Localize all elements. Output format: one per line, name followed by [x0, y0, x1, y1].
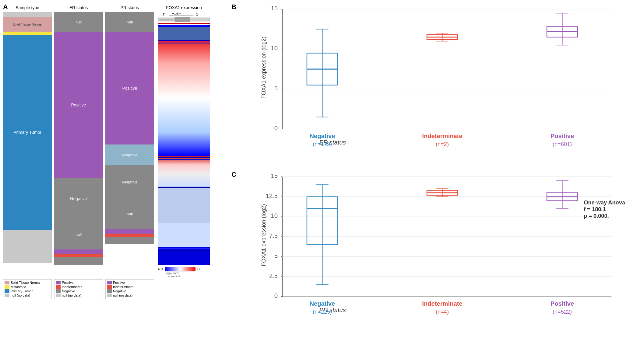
svg-text:(n=179): (n=179): [313, 141, 332, 147]
svg-text:7.5: 7.5: [269, 232, 278, 239]
legend-swatch-pr-indet: [107, 285, 112, 289]
svg-rect-5: [175, 17, 190, 22]
svg-text:15: 15: [271, 6, 277, 12]
svg-text:5: 5: [274, 252, 278, 259]
svg-text:12.5: 12.5: [266, 192, 278, 199]
svg-text:FOXA1 expression (log2): FOXA1 expression (log2): [261, 37, 267, 99]
pr-status-header: PR status: [105, 3, 154, 12]
svg-text:Negative: Negative: [309, 133, 335, 139]
legend-pr-null: null (no data): [107, 294, 153, 297]
svg-text:Indeterminate: Indeterminate: [422, 300, 462, 307]
sample-type-bar: Solid Tissue Normal Primary Tumor: [3, 12, 52, 277]
legend-er-indet: Indeterminate: [56, 285, 101, 289]
svg-text:3': 3': [196, 13, 199, 16]
svg-rect-24: [165, 267, 195, 271]
svg-rect-19: [158, 223, 210, 247]
legend-label-er-pos: Positive: [62, 281, 74, 284]
svg-text:15: 15: [271, 174, 277, 179]
legend-label-er-null: null (no data): [62, 294, 81, 297]
svg-text:Positive: Positive: [551, 300, 574, 307]
legend-er-pos: Positive: [56, 281, 101, 284]
er-neg-small: [54, 257, 103, 262]
columns-container: Sample type Solid Tissue Normal Primary …: [3, 12, 225, 304]
er-indet-small: [54, 254, 103, 257]
pr-status-bar: null Positive Negative Negative null: [105, 12, 154, 277]
er-status-column: ER status null Positive Negative null Po…: [54, 12, 103, 304]
svg-rect-9: [158, 25, 210, 27]
svg-text:(n=225): (n=225): [313, 308, 332, 315]
svg-text:(n=2): (n=2): [436, 141, 449, 147]
legend-swatch-pr-null: [107, 294, 112, 297]
svg-rect-20: [158, 247, 210, 265]
main-container: A Sample type Solid Tissue Normal Primar…: [0, 0, 644, 341]
bar-seg-primary: Primary Tumor: [3, 35, 52, 230]
pr-positive: Positive: [105, 32, 154, 144]
er-negative: Negative: [54, 178, 103, 219]
pr-legend: Positive Indeterminate Negative null (no…: [105, 279, 154, 299]
bar-seg-metastatic: [3, 32, 52, 35]
foxa1-heatmap: 5' ⊢1kb⊣ 3' >>>>>>>>>>>: [157, 12, 211, 277]
legend-item-solid: Solid Tissue Normal: [5, 281, 50, 284]
svg-text:Indeterminate: Indeterminate: [422, 133, 462, 139]
svg-rect-15: [158, 157, 210, 158]
legend-label-solid: Solid Tissue Normal: [11, 281, 40, 284]
svg-text:5': 5': [163, 13, 165, 16]
legend-label-primary: Primary Tumor: [11, 289, 33, 293]
legend-swatch-solid: [5, 281, 9, 284]
er-null-top: null: [54, 12, 103, 32]
svg-rect-13: [158, 45, 210, 45]
er-status-bar: null Positive Negative null: [54, 12, 103, 277]
svg-text:5: 5: [274, 85, 278, 92]
pr-negative-low: Negative: [105, 165, 154, 199]
svg-text:log2(norm_: log2(norm_: [166, 272, 181, 275]
svg-rect-17: [158, 186, 210, 223]
legend-label-pr-null: null (no data): [113, 294, 132, 297]
svg-rect-14: [158, 156, 210, 186]
legend-pr-pos: Positive: [107, 281, 153, 284]
panel-c: C 0 2.5 5 7.5 10 12.5: [231, 171, 641, 338]
legend-swatch-primary: [5, 289, 9, 293]
legend-label-meta: Metastatic: [11, 285, 26, 289]
foxa1-header: FOXA1 expression: [157, 3, 211, 12]
svg-text:Positive: Positive: [551, 133, 574, 139]
legend-item-meta: Metastatic: [5, 285, 50, 289]
svg-rect-10: [158, 40, 210, 156]
sample-type-column: Sample type Solid Tissue Normal Primary …: [3, 12, 52, 304]
legend-er-neg: Negative: [56, 289, 101, 293]
bar-seg-solid-tissue: Solid Tissue Normal: [3, 17, 52, 32]
legend-pr-indet: Indeterminate: [107, 285, 153, 289]
svg-rect-7: [158, 23, 210, 24]
svg-rect-8: [158, 25, 210, 40]
svg-rect-12: [158, 43, 210, 43]
er-null-small: [54, 262, 103, 265]
svg-text:⊢1kb⊣: ⊢1kb⊣: [172, 12, 181, 15]
bar-seg-0: [3, 12, 52, 17]
pr-indet-small: [105, 234, 154, 237]
bar-seg-null: [3, 230, 52, 263]
sample-type-header: Sample type: [3, 3, 52, 12]
panel-b-label: B: [231, 3, 236, 11]
legend-swatch-null: [5, 294, 9, 297]
pr-null-small: [105, 241, 154, 244]
legend-swatch-pr-pos: [107, 281, 112, 284]
er-positive: Positive: [54, 32, 103, 178]
svg-rect-16: [158, 159, 210, 160]
legend-label-null: null (no data): [11, 294, 30, 297]
svg-text:FOXA1 expression (log2): FOXA1 expression (log2): [261, 204, 267, 266]
svg-text:10: 10: [271, 45, 277, 51]
panel-a: A Sample type Solid Tissue Normal Primar…: [3, 3, 225, 332]
legend-label-pr-indet: Indeterminate: [113, 285, 133, 289]
legend-label-er-neg: Negative: [62, 289, 75, 293]
legend-swatch-er-neg: [56, 289, 61, 293]
legend-swatch-pr-neg: [107, 289, 112, 293]
pr-neg-small: [105, 237, 154, 241]
svg-rect-21: [158, 248, 210, 249]
svg-text:10: 10: [271, 212, 277, 219]
legend-label-pr-neg: Negative: [113, 289, 126, 293]
svg-text:Negative: Negative: [309, 300, 335, 307]
legend-swatch-meta: [5, 285, 9, 289]
svg-text:(n=522): (n=522): [553, 308, 572, 315]
svg-rect-11: [158, 40, 210, 41]
legend-er-null: null (no data): [56, 294, 101, 297]
legend-pr-neg: Negative: [107, 289, 153, 293]
